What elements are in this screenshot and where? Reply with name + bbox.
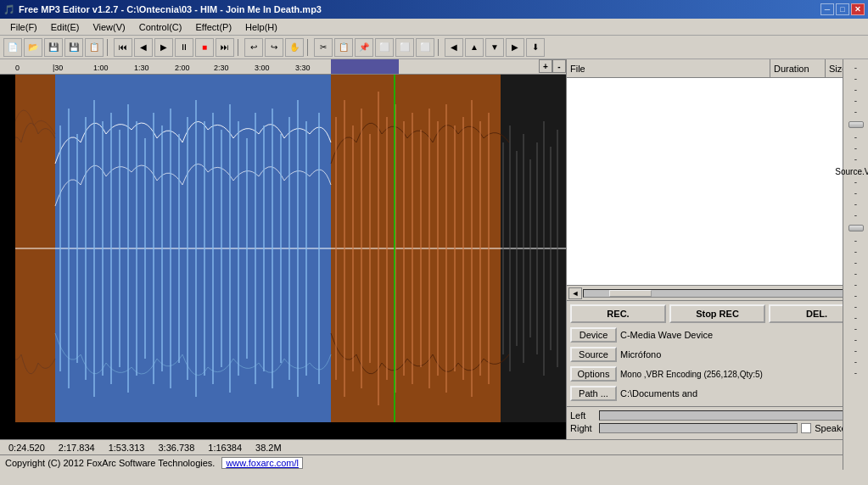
time-4: 3:36.738 xyxy=(158,443,194,453)
toolbar-btn3[interactable]: ⬜ xyxy=(416,38,434,57)
toolbar-save[interactable]: 💾 xyxy=(44,38,63,57)
svg-rect-84 xyxy=(479,121,481,248)
maximize-button[interactable]: □ xyxy=(836,3,849,15)
svg-rect-37 xyxy=(68,248,70,388)
scrollbar-thumb[interactable] xyxy=(609,290,652,297)
toolbar-copy[interactable]: 📋 xyxy=(334,38,353,57)
menu-effect[interactable]: Effect(P) xyxy=(188,20,238,34)
svg-rect-10 xyxy=(102,121,104,248)
toolbar-play[interactable]: ▶ xyxy=(154,38,173,57)
toolbar-redo[interactable]: ↪ xyxy=(265,38,283,57)
vol-dash-8: - xyxy=(854,154,857,164)
right-level-row: Right Speaker.Vol xyxy=(570,423,865,433)
website-link[interactable]: www.foxarc.com/l xyxy=(221,457,303,469)
vol-dash-14: - xyxy=(854,247,857,257)
scroll-left-button[interactable]: ◄ xyxy=(568,287,582,299)
vol-dash-7: - xyxy=(854,143,857,153)
toolbar-prev[interactable]: ◀ xyxy=(134,38,153,57)
app-icon: 🎵 xyxy=(3,4,15,15)
toolbar-paste[interactable]: 📌 xyxy=(355,38,373,57)
zoom-out-button[interactable]: - xyxy=(552,59,566,73)
zoom-controls: + - xyxy=(539,59,566,73)
stop-rec-button[interactable]: Stop REC xyxy=(669,304,765,323)
device-button[interactable]: Device xyxy=(570,327,617,343)
svg-rect-34 xyxy=(305,121,307,248)
toolbar-undo[interactable]: ↩ xyxy=(244,38,263,57)
close-button[interactable]: ✕ xyxy=(851,3,865,15)
file-col-duration[interactable]: Duration xyxy=(770,59,826,77)
svg-rect-95 xyxy=(412,248,413,384)
svg-rect-20 xyxy=(187,117,188,248)
svg-rect-77 xyxy=(420,130,422,248)
toolbar-cut[interactable]: ✂ xyxy=(314,38,333,57)
menu-edit[interactable]: Edit(E) xyxy=(44,20,87,34)
options-button[interactable]: Options xyxy=(570,366,617,382)
toolbar-sep2 xyxy=(238,39,241,56)
svg-rect-69 xyxy=(352,125,354,248)
svg-rect-32 xyxy=(288,117,290,248)
menu-view[interactable]: View(V) xyxy=(86,20,132,34)
toolbar-end[interactable]: ⏭ xyxy=(216,38,234,57)
svg-rect-29 xyxy=(263,125,265,248)
svg-rect-109 xyxy=(529,159,531,248)
rec-button[interactable]: REC. xyxy=(570,304,666,323)
speaker-checkbox[interactable] xyxy=(801,423,811,433)
volume-knob-1[interactable] xyxy=(848,121,864,128)
svg-rect-28 xyxy=(255,113,256,248)
vol-dash-9: - xyxy=(854,177,857,187)
main-content: 0 |30 1:00 1:30 2:00 2:30 3:00 3:30 + - xyxy=(0,59,868,439)
svg-rect-12 xyxy=(119,130,120,248)
vol-dash-19: - xyxy=(854,302,857,312)
svg-rect-26 xyxy=(238,121,239,248)
waveform-area[interactable]: 0 |30 1:00 1:30 2:00 2:30 3:00 3:30 + - xyxy=(0,59,566,439)
toolbar-begin[interactable]: ⏮ xyxy=(114,38,132,57)
toolbar: 📄 📂 💾 💾 📋 ⏮ ◀ ▶ ⏸ ■ ⏭ ↩ ↪ ✋ ✂ 📋 📌 ⬜ ⬜ ⬜ … xyxy=(0,36,868,59)
toolbar-save3[interactable]: 📋 xyxy=(85,38,104,57)
toolbar-btn4[interactable]: ◀ xyxy=(445,38,463,57)
vol-dash-12: - xyxy=(854,210,857,220)
ruler-0: 0 xyxy=(15,64,20,72)
file-list-header: File Duration Size xyxy=(567,59,868,78)
toolbar-btn8[interactable]: ⬇ xyxy=(526,38,545,57)
source-button[interactable]: Source xyxy=(570,347,617,362)
toolbar-stop[interactable]: ■ xyxy=(195,38,214,57)
svg-rect-118 xyxy=(529,248,531,337)
path-button[interactable]: Path ... xyxy=(570,386,617,401)
copyright-text: Copyright (C) 2012 FoxArc Software Techn… xyxy=(5,458,215,468)
status-left: 0:24.520 2:17.834 1:53.313 3:36.738 1:16… xyxy=(0,443,566,453)
controls-area: 0:24.520 2:17.834 1:53.313 3:36.738 1:16… xyxy=(0,439,868,454)
svg-rect-64 xyxy=(297,248,299,397)
toolbar-btn7[interactable]: ▶ xyxy=(506,38,524,57)
toolbar-btn1[interactable]: ⬜ xyxy=(375,38,394,57)
file-col-name[interactable]: File xyxy=(567,59,770,77)
toolbar-btn5[interactable]: ▲ xyxy=(465,38,484,57)
file-size: 38.2M xyxy=(255,443,282,453)
menu-help[interactable]: Help(H) xyxy=(238,20,284,34)
zoom-in-button[interactable]: + xyxy=(539,59,552,73)
svg-rect-106 xyxy=(509,125,511,248)
toolbar-open[interactable]: 📂 xyxy=(24,38,42,57)
svg-rect-44 xyxy=(127,248,129,393)
svg-rect-108 xyxy=(523,134,524,248)
vol-dash-18: - xyxy=(854,291,857,301)
menu-file[interactable]: File(F) xyxy=(3,20,44,34)
scrollbar-track[interactable] xyxy=(583,289,852,298)
toolbar-pause[interactable]: ⏸ xyxy=(175,38,193,57)
toolbar-save2[interactable]: 💾 xyxy=(64,38,83,57)
toolbar-btn6[interactable]: ▼ xyxy=(485,38,504,57)
toolbar-hand[interactable]: ✋ xyxy=(285,38,304,57)
svg-rect-31 xyxy=(280,134,282,248)
svg-rect-53 xyxy=(204,248,205,376)
vol-dash-5: - xyxy=(854,107,857,117)
waveform-canvas[interactable] xyxy=(0,75,566,439)
file-list-content[interactable] xyxy=(567,78,868,285)
minimize-button[interactable]: ─ xyxy=(820,3,834,15)
svg-rect-5 xyxy=(59,125,61,248)
svg-rect-40 xyxy=(93,248,95,397)
svg-rect-15 xyxy=(144,138,146,248)
path-value: C:\Documents and xyxy=(620,388,865,399)
toolbar-btn2[interactable]: ⬜ xyxy=(395,38,414,57)
menu-control[interactable]: Control(C) xyxy=(132,20,189,34)
volume-knob-2[interactable] xyxy=(848,225,864,231)
toolbar-new[interactable]: 📄 xyxy=(3,38,22,57)
